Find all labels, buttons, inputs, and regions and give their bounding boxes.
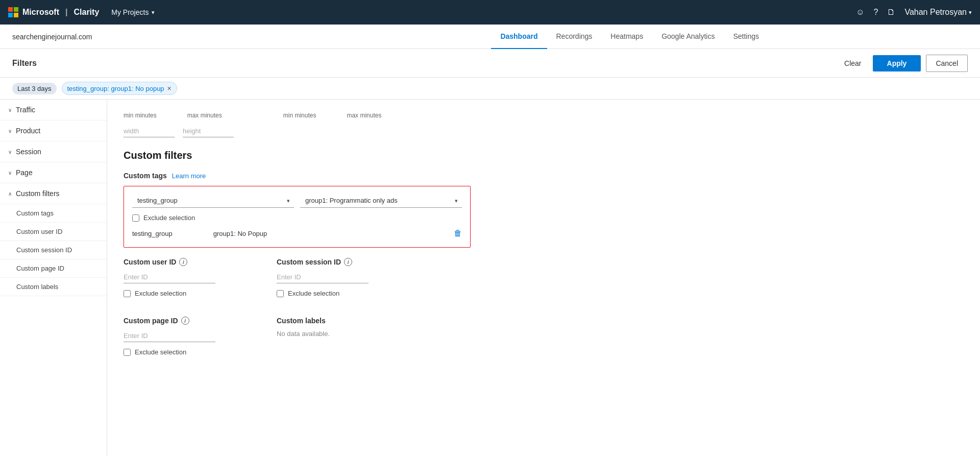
filters-title: Filters xyxy=(12,59,37,68)
custom-user-id-section: Custom user ID i Exclude selection xyxy=(124,258,246,302)
filters-actions: Clear Apply Cancel xyxy=(838,55,968,72)
sidebar-section-page: ∨ Page xyxy=(0,162,107,183)
custom-session-id-section: Custom session ID i Exclude selection xyxy=(277,258,399,302)
user-name[interactable]: Vahan Petrosyan ▾ xyxy=(904,8,972,17)
chevron-customfilters-icon: ∧ xyxy=(8,191,12,197)
page-id-exclude-row: Exclude selection xyxy=(124,348,246,356)
custom-labels-value: No data available. xyxy=(277,330,399,338)
sidebar-section-traffic: ∨ Traffic xyxy=(0,100,107,121)
sidebar-item-custom-page-id[interactable]: Custom page ID xyxy=(0,259,107,278)
custom-page-id-label: Custom page ID i xyxy=(124,317,246,325)
max-minutes-label-1: max minutes xyxy=(187,112,222,119)
tag-value-select-wrapper: group1: Programmatic only ads ▾ xyxy=(300,194,462,208)
filters-bar: Filters Clear Apply Cancel xyxy=(0,49,980,78)
delete-tag-icon[interactable]: 🗑 xyxy=(454,229,462,238)
page-id-labels-row: Custom page ID i Exclude selection Custo… xyxy=(124,317,964,361)
custom-labels-section: Custom labels No data available. xyxy=(277,317,399,361)
site-name: searchenginejournal.com xyxy=(12,33,92,41)
session-id-exclude-row: Exclude selection xyxy=(277,290,399,297)
sidebar-item-custom-user-id[interactable]: Custom user ID xyxy=(0,223,107,241)
tag-key-select-wrapper: testing_group ▾ xyxy=(132,194,294,208)
emoji-icon[interactable]: ☺ xyxy=(856,8,864,17)
user-session-id-row: Custom user ID i Exclude selection Custo… xyxy=(124,258,964,302)
exclude-checkbox[interactable] xyxy=(132,214,139,222)
custom-session-id-info-icon[interactable]: i xyxy=(344,258,352,266)
sidebar-group-product[interactable]: ∨ Product xyxy=(0,121,107,141)
tags-select-row: testing_group ▾ group1: Programmatic onl… xyxy=(132,194,462,208)
custom-user-id-input[interactable] xyxy=(124,271,215,283)
user-id-exclude-label: Exclude selection xyxy=(135,290,186,297)
user-id-exclude-checkbox[interactable] xyxy=(124,290,131,297)
chevron-traffic-icon: ∨ xyxy=(8,107,12,113)
filter-chips: Last 3 days testing_group: group1: No po… xyxy=(0,78,980,100)
app-name: Clarity xyxy=(74,8,99,17)
custom-tags-label: Custom tags Learn more xyxy=(124,172,964,180)
page-id-exclude-checkbox[interactable] xyxy=(124,349,131,356)
tab-heatmaps[interactable]: Heatmaps xyxy=(601,25,652,49)
help-icon[interactable]: ? xyxy=(874,8,878,17)
min-minutes-label-1: min minutes xyxy=(124,112,157,119)
sidebar-section-product: ∨ Product xyxy=(0,121,107,141)
session-id-exclude-label: Exclude selection xyxy=(288,290,339,297)
chip-close-icon[interactable]: × xyxy=(167,84,172,92)
tab-dashboard[interactable]: Dashboard xyxy=(491,25,547,49)
custom-page-id-info-icon[interactable]: i xyxy=(181,317,189,325)
doc-icon[interactable]: 🗋 xyxy=(887,8,895,17)
custom-user-id-info-icon[interactable]: i xyxy=(179,258,187,266)
width-input[interactable] xyxy=(124,125,175,137)
clear-button[interactable]: Clear xyxy=(838,56,867,70)
custom-tags-box: testing_group ▾ group1: Programmatic onl… xyxy=(124,186,471,248)
sidebar-section-custom-filters: ∧ Custom filters Custom tags Custom user… xyxy=(0,183,107,296)
data-value: group1: No Popup xyxy=(213,230,267,237)
custom-labels-label: Custom labels xyxy=(277,317,399,325)
cancel-button[interactable]: Cancel xyxy=(926,55,968,72)
sidebar-group-session[interactable]: ∨ Session xyxy=(0,141,107,162)
top-navigation: Microsoft | Clarity My Projects ▾ ☺ ? 🗋 … xyxy=(0,0,980,25)
height-input[interactable] xyxy=(183,125,234,137)
brand-name: Microsoft xyxy=(22,8,59,17)
session-id-exclude-checkbox[interactable] xyxy=(277,290,284,297)
sidebar: ∨ Traffic ∨ Product ∨ Session ∨ Page ∧ xyxy=(0,100,107,456)
main-layout: ∨ Traffic ∨ Product ∨ Session ∨ Page ∧ xyxy=(0,100,980,456)
exclude-selection-row: Exclude selection xyxy=(132,214,462,222)
custom-user-id-label: Custom user ID i xyxy=(124,258,246,266)
top-nav-right: ☺ ? 🗋 Vahan Petrosyan ▾ xyxy=(856,8,972,17)
learn-more-link[interactable]: Learn more xyxy=(172,172,206,180)
apply-button[interactable]: Apply xyxy=(873,55,921,71)
tag-key-select[interactable]: testing_group xyxy=(132,194,294,208)
custom-session-id-input[interactable] xyxy=(277,271,369,283)
chevron-session-icon: ∨ xyxy=(8,149,12,155)
custom-page-id-input[interactable] xyxy=(124,330,215,342)
tag-value-select[interactable]: group1: Programmatic only ads xyxy=(300,194,462,208)
page-id-exclude-label: Exclude selection xyxy=(135,348,186,356)
chevron-page-icon: ∨ xyxy=(8,170,12,176)
custom-session-id-label: Custom session ID i xyxy=(277,258,399,266)
sidebar-item-custom-labels[interactable]: Custom labels xyxy=(0,278,107,296)
sidebar-item-custom-session-id[interactable]: Custom session ID xyxy=(0,241,107,259)
sidebar-section-session: ∨ Session xyxy=(0,141,107,162)
tags-data-row: testing_group group1: No Popup 🗑 xyxy=(132,227,462,240)
sidebar-group-custom-filters[interactable]: ∧ Custom filters xyxy=(0,183,107,204)
my-projects-button[interactable]: My Projects ▾ xyxy=(111,8,155,16)
chevron-product-icon: ∨ xyxy=(8,128,12,134)
tab-settings[interactable]: Settings xyxy=(724,25,768,49)
dimension-row: min minutes max minutes min minutes max … xyxy=(124,112,964,121)
main-nav-tabs: Dashboard Recordings Heatmaps Google Ana… xyxy=(491,25,768,49)
brand-logo: Microsoft | Clarity xyxy=(8,7,99,17)
exclude-label: Exclude selection xyxy=(143,214,195,222)
sidebar-group-page[interactable]: ∨ Page xyxy=(0,162,107,183)
user-id-exclude-row: Exclude selection xyxy=(124,290,246,297)
chip-last3days: Last 3 days xyxy=(12,83,57,94)
tab-recordings[interactable]: Recordings xyxy=(547,25,602,49)
max-minutes-label-2: max minutes xyxy=(347,112,381,119)
separator: | xyxy=(65,8,67,17)
sidebar-item-custom-tags[interactable]: Custom tags xyxy=(0,204,107,223)
sidebar-group-traffic[interactable]: ∨ Traffic xyxy=(0,100,107,121)
dim-labels-1: min minutes max minutes min minutes max … xyxy=(124,112,381,119)
data-key: testing_group xyxy=(132,230,173,237)
content-area: min minutes max minutes min minutes max … xyxy=(107,100,980,456)
custom-filters-heading: Custom filters xyxy=(124,150,964,161)
min-minutes-label-2: min minutes xyxy=(283,112,316,119)
tab-google-analytics[interactable]: Google Analytics xyxy=(652,25,724,49)
second-bar: searchenginejournal.com Dashboard Record… xyxy=(0,25,980,49)
